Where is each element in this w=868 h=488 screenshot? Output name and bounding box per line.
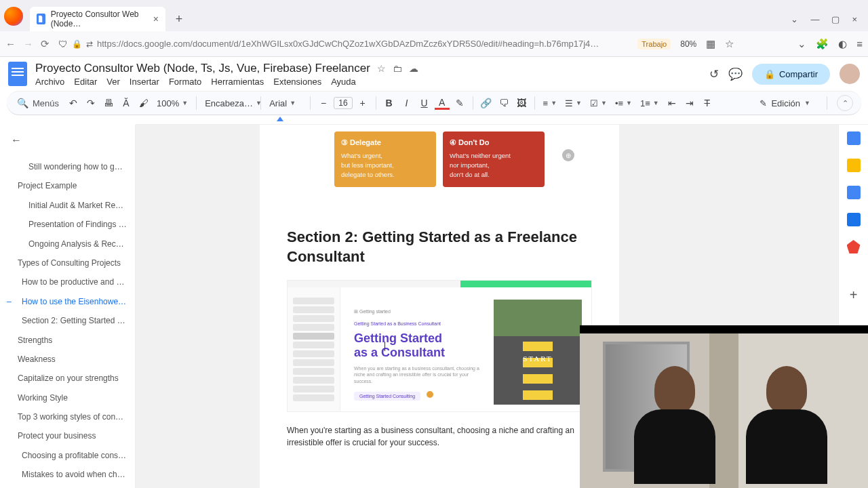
font-size-input[interactable]: 16 — [334, 97, 352, 109]
shield-icon[interactable]: 🛡 — [58, 39, 68, 49]
search-menus-label[interactable]: Menús — [33, 98, 59, 108]
indent-marker-icon[interactable] — [277, 117, 283, 121]
editing-mode-select[interactable]: ✎ Edición ▼ — [753, 96, 817, 111]
calendar-icon[interactable] — [847, 131, 861, 145]
body-paragraph[interactable]: When you're starting as a business consu… — [287, 424, 592, 449]
font-size-decrease-icon[interactable]: − — [316, 98, 331, 108]
pocket-icon[interactable]: ⌄ — [797, 38, 806, 50]
browser-tab[interactable]: Proyecto Consultor Web (Node… × — [30, 7, 165, 31]
outline-item[interactable]: Project Example — [3, 176, 132, 195]
outline-item[interactable]: Choosing a profitable consulting … — [3, 446, 132, 465]
checklist-icon[interactable]: ☑▼ — [587, 98, 610, 108]
reload-icon[interactable]: ⟳ — [41, 38, 52, 50]
add-comment-icon[interactable]: 🗨 — [496, 98, 511, 108]
cloud-status-icon[interactable]: ☁ — [409, 63, 418, 74]
section-heading[interactable]: Section 2: Getting Started as a Freelanc… — [287, 228, 592, 266]
nav-back-icon[interactable]: ← — [5, 38, 16, 49]
window-minimize-icon[interactable]: — — [810, 14, 819, 24]
outline-item[interactable]: Initial Audit & Market Resear… — [3, 196, 132, 215]
paint-format-icon[interactable]: 🖌 — [136, 98, 151, 108]
outline-item[interactable]: Section 2: Getting Started as a Fr… — [3, 311, 132, 330]
share-button[interactable]: 🔒 Compartir — [752, 64, 830, 85]
outline-item[interactable]: Still wondering how to get p… — [3, 157, 132, 176]
window-close-icon[interactable]: × — [852, 14, 857, 24]
move-icon[interactable]: 🗀 — [393, 63, 402, 74]
outline-item[interactable]: How to be productive and have c… — [3, 272, 132, 291]
menu-archivo[interactable]: Archivo — [35, 77, 64, 87]
numbered-list-icon[interactable]: 1≡▼ — [637, 98, 662, 108]
print-icon[interactable]: 🖶 — [101, 98, 116, 108]
italic-icon[interactable]: I — [399, 98, 414, 108]
outline-item[interactable]: Ongoing Analysis & Recom… — [3, 235, 132, 253]
workspace-tag[interactable]: Trabajo — [637, 39, 671, 49]
text-color-icon[interactable]: A — [435, 97, 450, 110]
embedded-figure[interactable]: ⊞ Getting started Getting Started as a B… — [287, 280, 592, 412]
align-select[interactable]: ≡▼ — [540, 98, 560, 108]
outline-item[interactable]: Weakness — [3, 350, 132, 369]
insert-image-icon[interactable]: 🖼 — [514, 98, 529, 108]
zoom-select[interactable]: 100%▼ — [154, 98, 191, 108]
outline-item[interactable]: Mistakes to avoid when choosing… — [3, 465, 132, 484]
permissions-icon[interactable]: ⇄ — [86, 39, 93, 49]
user-avatar[interactable] — [840, 64, 860, 84]
underline-icon[interactable]: U — [417, 98, 432, 108]
new-tab-button[interactable]: + — [170, 9, 189, 28]
menu-editar[interactable]: Editar — [74, 77, 97, 87]
tasks-icon[interactable] — [847, 186, 861, 199]
tab-close-icon[interactable]: × — [153, 14, 159, 24]
outline-item[interactable]: Aligning yourself with an establis… — [3, 485, 132, 488]
outline-item[interactable]: How to use the Eisenhower Matrix — [3, 292, 132, 311]
outline-item[interactable]: Protect your business — [3, 426, 132, 445]
menu-extensiones[interactable]: Extensiones — [273, 77, 321, 87]
window-restore-icon[interactable]: ▢ — [831, 14, 840, 24]
horizontal-ruler[interactable] — [136, 115, 868, 125]
menu-insertar[interactable]: Insertar — [130, 77, 159, 87]
outline-item[interactable]: Working Style — [3, 388, 132, 407]
line-spacing-select[interactable]: ☰▼ — [562, 98, 585, 108]
google-docs-logo-icon[interactable] — [8, 62, 27, 86]
add-addon-icon[interactable]: + — [850, 287, 858, 303]
maps-icon[interactable] — [847, 240, 861, 253]
comment-marker-icon[interactable]: ⊕ — [562, 149, 574, 161]
indent-increase-icon[interactable]: ⇥ — [682, 98, 697, 108]
bulleted-list-icon[interactable]: •≡▼ — [612, 98, 635, 108]
document-title[interactable]: Proyecto Consultor Web (Node, Ts, Js, Vu… — [35, 62, 370, 75]
zoom-level[interactable]: 80% — [680, 39, 696, 49]
star-icon[interactable]: ☆ — [377, 63, 386, 74]
highlight-icon[interactable]: ✎ — [452, 98, 467, 108]
bold-icon[interactable]: B — [382, 98, 397, 108]
address-bar[interactable]: 🛡 🔒 ⇄ https://docs.google.com/document/d… — [58, 39, 631, 49]
redo-icon[interactable]: ↷ — [83, 98, 98, 108]
outline-item[interactable]: Types of Consulting Projects — [3, 253, 132, 272]
undo-icon[interactable]: ↶ — [66, 98, 81, 108]
history-icon[interactable]: ↺ — [709, 67, 719, 81]
outline-item[interactable]: Strengths — [3, 331, 132, 350]
menu-ver[interactable]: Ver — [106, 77, 120, 87]
menu-herramientas[interactable]: Herramientas — [211, 77, 264, 87]
chevron-down-icon[interactable]: ⌄ — [791, 14, 798, 24]
font-size-increase-icon[interactable]: + — [355, 98, 370, 108]
collapse-toolbar-icon[interactable]: ⌃ — [837, 95, 853, 111]
menu-icon[interactable]: ≡ — [856, 38, 863, 49]
insert-link-icon[interactable]: 🔗 — [479, 98, 494, 108]
comments-icon[interactable]: 💬 — [728, 67, 743, 81]
clear-formatting-icon[interactable]: T — [700, 98, 715, 108]
outline-item[interactable]: Presentation of Findings & S… — [3, 215, 132, 234]
menu-formato[interactable]: Formato — [169, 77, 201, 87]
account-icon[interactable]: ◐ — [838, 38, 847, 50]
contacts-icon[interactable] — [847, 213, 861, 226]
spellcheck-icon[interactable]: Ă — [119, 98, 134, 108]
lock-icon[interactable]: 🔒 — [72, 39, 82, 49]
outline-item[interactable]: Top 3 working styles of consul… — [3, 407, 132, 426]
paragraph-style-select[interactable]: Encabeza…▼ — [202, 98, 255, 108]
bookmark-star-icon[interactable]: ☆ — [725, 38, 734, 50]
apps-icon[interactable]: ▦ — [706, 38, 715, 50]
outline-collapse-icon[interactable]: ← — [3, 130, 132, 150]
outline-item[interactable]: Capitalize on your strengths — [3, 369, 132, 388]
search-icon[interactable]: 🔍 — [15, 98, 30, 108]
indent-decrease-icon[interactable]: ⇤ — [665, 98, 679, 108]
menu-ayuda[interactable]: Ayuda — [331, 77, 356, 87]
keep-icon[interactable] — [847, 159, 861, 172]
font-select[interactable]: Arial▼ — [267, 98, 304, 108]
extensions-icon[interactable]: 🧩 — [816, 38, 829, 50]
